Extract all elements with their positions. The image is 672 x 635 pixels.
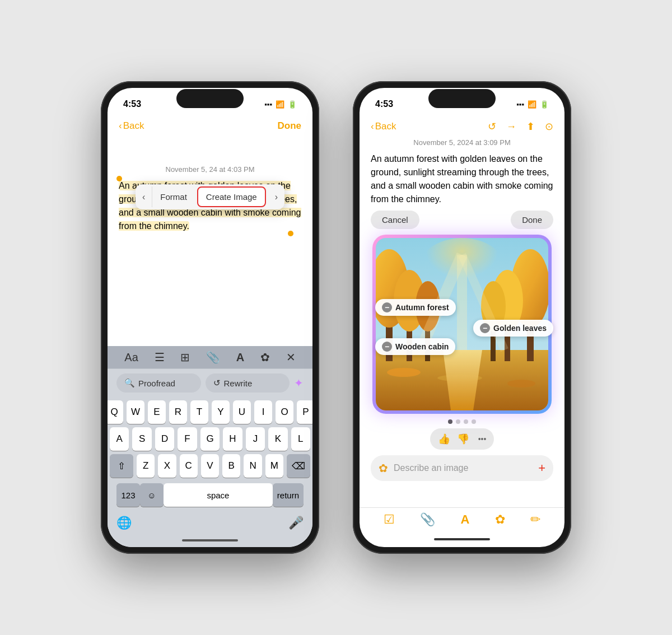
key-space[interactable]: space	[164, 483, 273, 507]
font-icon[interactable]: Aa	[124, 351, 138, 364]
attach-icon-btm[interactable]: 📎	[420, 512, 435, 527]
key-i[interactable]: I	[254, 400, 272, 424]
edit-icon-btm[interactable]: ✏	[530, 512, 540, 527]
magic-icon-btm[interactable]: ✿	[495, 512, 505, 527]
key-z[interactable]: Z	[137, 454, 155, 478]
text-format-icon[interactable]: A	[236, 351, 244, 364]
key-a[interactable]: A	[110, 427, 129, 451]
back-chevron-right: ‹	[371, 121, 374, 132]
dot-2[interactable]	[456, 419, 460, 424]
battery-icon-left: 🔋	[288, 100, 297, 109]
key-v[interactable]: V	[201, 454, 219, 478]
key-d[interactable]: D	[155, 427, 174, 451]
key-w[interactable]: W	[127, 400, 144, 424]
back-chevron-left: ‹	[119, 120, 122, 132]
cancel-button[interactable]: Cancel	[371, 211, 419, 229]
back-label-left: Back	[123, 120, 144, 132]
home-bar-right	[434, 538, 490, 540]
dot-4[interactable]	[472, 419, 476, 424]
dot-3[interactable]	[464, 419, 468, 424]
ctx-left-arrow[interactable]: ‹	[136, 186, 152, 208]
close-toolbar-icon[interactable]: ✕	[286, 351, 296, 364]
key-k[interactable]: K	[268, 427, 287, 451]
forward-icon[interactable]: →	[506, 121, 516, 133]
key-delete[interactable]: ⌫	[287, 454, 310, 478]
ctx-create-image[interactable]: Create Image	[197, 186, 266, 207]
more-feedback-button[interactable]: •••	[478, 435, 487, 443]
table-icon[interactable]: ⊞	[180, 351, 190, 364]
key-shift[interactable]: ⇧	[110, 454, 133, 478]
more-icon[interactable]: ⊙	[545, 120, 553, 133]
done-button-right[interactable]: Done	[511, 211, 553, 229]
thumbs-up-button[interactable]: 👍	[438, 433, 450, 445]
tag-minus-3[interactable]: −	[382, 342, 392, 352]
ctx-right-arrow[interactable]: ›	[268, 186, 284, 208]
context-menu[interactable]: ‹ Format Create Image ›	[136, 184, 284, 209]
tag-label-3: Wooden cabin	[395, 342, 449, 351]
key-j[interactable]: J	[246, 427, 265, 451]
proofread-button[interactable]: 🔍 Proofread	[116, 373, 201, 393]
note-text-right: An autumn forest with golden leaves on t…	[371, 152, 553, 206]
key-row-2: A S D F G H J K L	[110, 427, 310, 451]
refresh-icon[interactable]: ↺	[488, 120, 496, 133]
dot-1[interactable]	[448, 419, 452, 424]
key-q[interactable]: Q	[108, 400, 123, 424]
key-t[interactable]: T	[190, 400, 208, 424]
nav-bar-left: ‹ Back Done	[108, 117, 312, 135]
ai-row: 🔍 Proofread ↺ Rewrite ✦	[108, 369, 312, 397]
share-icon[interactable]: ⬆	[526, 120, 535, 133]
tag-label-1: Autumn forest	[395, 303, 449, 312]
key-p[interactable]: P	[297, 400, 312, 424]
key-return[interactable]: return	[273, 483, 304, 507]
content-area-left: ‹ Format Create Image › November 5, 24 a…	[108, 135, 312, 346]
key-b[interactable]: B	[222, 454, 240, 478]
key-o[interactable]: O	[276, 400, 293, 424]
key-123[interactable]: 123	[116, 483, 140, 507]
key-s[interactable]: S	[132, 427, 151, 451]
rewrite-button[interactable]: ↺ Rewrite	[206, 373, 290, 393]
key-r[interactable]: R	[169, 400, 187, 424]
done-button-left[interactable]: Done	[278, 120, 302, 132]
key-emoji[interactable]: ☺	[140, 483, 164, 507]
key-e[interactable]: E	[148, 400, 166, 424]
key-m[interactable]: M	[265, 454, 283, 478]
tag-golden-leaves[interactable]: − Golden leaves	[473, 320, 553, 337]
key-h[interactable]: H	[223, 427, 242, 451]
dots-row	[371, 419, 553, 424]
checklist-icon[interactable]: ☑	[384, 512, 395, 527]
key-f[interactable]: F	[178, 427, 197, 451]
key-n[interactable]: N	[244, 454, 262, 478]
mic-icon[interactable]: 🎤	[288, 516, 304, 530]
left-phone: 4:53 ▪▪▪ 📶 🔋 ‹ Back Done ‹ Format Create…	[101, 81, 319, 554]
battery-icon-right: 🔋	[540, 100, 549, 109]
key-g[interactable]: G	[200, 427, 220, 451]
timestamp-right: November 5, 2024 at 3:09 PM	[371, 138, 553, 147]
key-l[interactable]: L	[291, 427, 310, 451]
rewrite-icon: ↺	[213, 378, 221, 388]
back-button-right[interactable]: ‹ Back	[371, 121, 396, 132]
key-row-1: Q W E R T Y U I O P	[110, 400, 310, 424]
magic-icon[interactable]: ✿	[260, 351, 270, 364]
ctx-format[interactable]: Format	[152, 186, 195, 207]
tag-minus-1[interactable]: −	[382, 302, 392, 312]
key-c[interactable]: C	[180, 454, 198, 478]
tag-wooden-cabin[interactable]: − Wooden cabin	[375, 338, 455, 355]
thumbs-down-button[interactable]: 👎	[457, 433, 469, 445]
tag-minus-2[interactable]: −	[480, 323, 490, 333]
back-button-left[interactable]: ‹ Back	[119, 120, 144, 132]
key-y[interactable]: Y	[212, 400, 230, 424]
text-format-icon-btm[interactable]: A	[461, 512, 470, 527]
describe-row: ✿ Describe an image +	[371, 455, 553, 481]
tag-autumn-forest[interactable]: − Autumn forest	[375, 299, 456, 316]
attach-icon[interactable]: 📎	[206, 351, 220, 364]
rewrite-label: Rewrite	[224, 379, 253, 388]
image-container: − Autumn forest − Golden leaves − Wooden…	[371, 235, 553, 414]
describe-input[interactable]: Describe an image	[394, 463, 533, 473]
key-x[interactable]: X	[158, 454, 176, 478]
time-right: 4:53	[375, 99, 393, 109]
describe-plus-button[interactable]: +	[538, 461, 545, 475]
globe-icon[interactable]: 🌐	[116, 516, 132, 530]
wifi-icon-right: 📶	[528, 100, 536, 109]
key-u[interactable]: U	[233, 400, 251, 424]
list-icon[interactable]: ☰	[155, 351, 165, 364]
